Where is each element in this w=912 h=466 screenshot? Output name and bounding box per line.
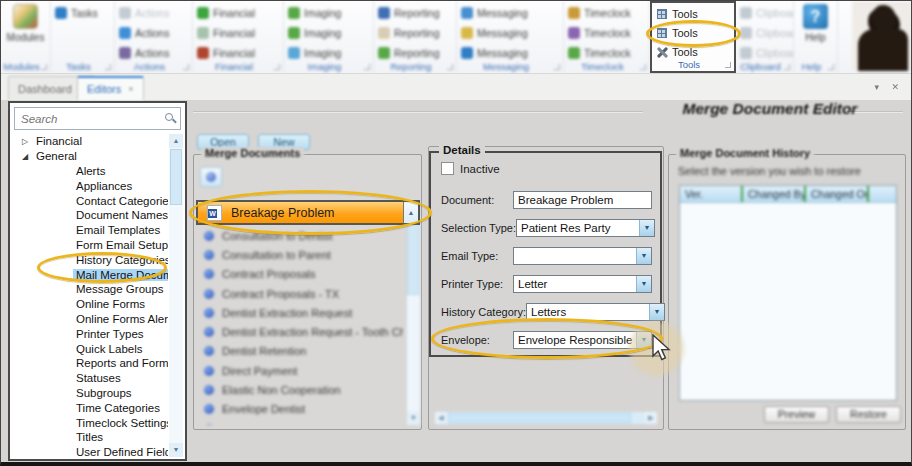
- merge-document-list-item[interactable]: Consultation to Dentist: [197, 226, 403, 245]
- history-column-header[interactable]: Changed By: [743, 186, 806, 202]
- ribbon-item[interactable]: Clipboard: [736, 3, 793, 23]
- dialog-launcher-icon[interactable]: [105, 64, 111, 70]
- dialog-launcher-icon[interactable]: [725, 62, 731, 68]
- chevron-down-icon[interactable]: [639, 220, 654, 236]
- scroll-down-icon[interactable]: ▼: [407, 411, 420, 425]
- tree-item[interactable]: Printer Types: [12, 326, 168, 341]
- scroll-down-icon[interactable]: ▼: [169, 443, 183, 457]
- tree-item[interactable]: Online Forms: [12, 297, 168, 312]
- tree-expander-icon[interactable]: ◢: [22, 152, 33, 161]
- ribbon-item[interactable]: Actions: [115, 3, 192, 23]
- tree-item[interactable]: Time Categories: [12, 400, 168, 415]
- tree-item[interactable]: Email Templates: [12, 223, 168, 238]
- selected-document-row[interactable]: Breakage Problem ▲: [196, 200, 420, 225]
- ribbon-item[interactable]: Imaging: [284, 3, 373, 23]
- ribbon-item[interactable]: Timeclock: [564, 43, 649, 63]
- tree-item[interactable]: History Categories: [12, 252, 168, 267]
- history-column-header[interactable]: Ver.: [680, 186, 743, 202]
- tree-item[interactable]: Online Forms Alerts: [12, 312, 168, 327]
- dialog-launcher-icon[interactable]: [274, 64, 280, 70]
- inactive-checkbox[interactable]: [441, 162, 454, 175]
- ribbon-item[interactable]: Clipboard: [736, 43, 793, 63]
- dialog-launcher-icon[interactable]: [554, 64, 560, 70]
- tree-item[interactable]: ◢ General: [12, 149, 168, 164]
- tree-expander-icon[interactable]: ▷: [22, 137, 33, 146]
- ribbon-item[interactable]: Financial: [193, 3, 283, 23]
- tree-item[interactable]: Appliances: [12, 178, 168, 193]
- chevron-down-icon[interactable]: [636, 248, 651, 264]
- tree-item[interactable]: Reports and Forms: [12, 356, 168, 371]
- ribbon-item[interactable]: Tasks: [51, 3, 114, 23]
- merge-document-list-item[interactable]: Dentist Retention: [197, 342, 403, 361]
- document-toolbar-button[interactable]: [200, 167, 222, 187]
- ribbon-item[interactable]: Imaging: [284, 43, 373, 63]
- scroll-left-icon[interactable]: ◀: [435, 412, 447, 424]
- ribbon-item[interactable]: Timeclock: [564, 23, 649, 43]
- restore-button[interactable]: Restore: [836, 406, 901, 423]
- tree-item[interactable]: ▷ Financial: [12, 134, 168, 149]
- dialog-launcher-icon[interactable]: [828, 64, 834, 70]
- ribbon-item[interactable]: Financial: [193, 23, 283, 43]
- merge-document-list-item[interactable]: Consultation to Parent: [197, 245, 403, 264]
- field-control[interactable]: Letter: [513, 275, 652, 293]
- ribbon-item[interactable]: Actions: [115, 43, 192, 63]
- field-control[interactable]: Letters: [526, 303, 665, 321]
- scrollbar-thumb[interactable]: [407, 219, 419, 295]
- ribbon-item[interactable]: Modules: [1, 3, 50, 43]
- tree-item[interactable]: Timeclock Settings: [12, 415, 168, 430]
- chevron-down-icon[interactable]: [649, 304, 664, 320]
- dialog-launcher-icon[interactable]: [640, 64, 646, 70]
- tree-item[interactable]: Contact Categories: [12, 193, 168, 208]
- ribbon-item[interactable]: Financial: [193, 43, 283, 63]
- merge-document-list-item[interactable]: Contract Proposals: [197, 265, 403, 284]
- tree-item[interactable]: Document Names: [12, 208, 168, 223]
- scroll-up-icon[interactable]: ▲: [169, 134, 183, 148]
- merge-document-list-item[interactable]: Envelope Patient: [197, 419, 403, 425]
- ribbon-item[interactable]: Timeclock: [564, 3, 649, 23]
- ribbon-item[interactable]: Clipboard: [736, 23, 793, 43]
- dialog-launcher-icon[interactable]: [364, 64, 370, 70]
- tree-item[interactable]: Subgroups: [12, 386, 168, 401]
- tab-strip-close-icon[interactable]: ✕: [891, 82, 899, 92]
- tab-overflow-icon[interactable]: ▾: [874, 82, 879, 92]
- tree-item[interactable]: Message Groups: [12, 282, 168, 297]
- dialog-launcher-icon[interactable]: [183, 64, 189, 70]
- tab-close-icon[interactable]: ×: [128, 84, 133, 94]
- dialog-launcher-icon[interactable]: [447, 64, 453, 70]
- dialog-launcher-icon[interactable]: [41, 64, 47, 70]
- tree-item[interactable]: Statuses: [12, 371, 168, 386]
- ribbon-item[interactable]: Messaging: [457, 23, 563, 43]
- search-input[interactable]: [14, 107, 181, 130]
- inactive-checkbox-row[interactable]: Inactive: [441, 162, 500, 175]
- chevron-down-icon[interactable]: [636, 276, 651, 292]
- merge-document-list-item[interactable]: Elastic Non Cooperation: [197, 380, 403, 399]
- ribbon-item[interactable]: Reporting: [374, 23, 456, 43]
- ribbon-item[interactable]: Reporting: [374, 3, 456, 23]
- tree-item[interactable]: Titles: [12, 430, 168, 445]
- ribbon-item[interactable]: Reporting: [374, 43, 456, 63]
- field-control[interactable]: Breakage Problem: [513, 191, 652, 209]
- ribbon-item[interactable]: Tools: [652, 4, 734, 23]
- ribbon-item[interactable]: Tools: [652, 23, 734, 42]
- merge-document-list-item[interactable]: Envelope Dentist: [197, 400, 403, 419]
- document-tab[interactable]: Editors ×: [77, 76, 144, 100]
- tree-scrollbar[interactable]: ▲ ▼: [169, 134, 183, 457]
- ribbon-item[interactable]: Messaging: [457, 43, 563, 63]
- selected-document-highlight[interactable]: Breakage Problem: [198, 202, 404, 223]
- tree-item[interactable]: Form Email Setup: [12, 238, 168, 253]
- tree-item[interactable]: Alerts: [12, 164, 168, 179]
- scrollbar-thumb[interactable]: [170, 149, 182, 205]
- ribbon-item[interactable]: Help: [794, 3, 837, 43]
- dialog-launcher-icon[interactable]: [784, 64, 790, 70]
- merge-document-list-item[interactable]: Contract Proposals - TX: [197, 284, 403, 303]
- field-control[interactable]: [513, 247, 652, 265]
- tree-item[interactable]: User Defined Fields: [12, 445, 168, 459]
- history-column-header[interactable]: Changed On: [806, 186, 869, 202]
- scroll-up-icon[interactable]: ▲: [404, 202, 418, 223]
- document-list-scrollbar[interactable]: ▼: [407, 217, 420, 425]
- merge-document-list-item[interactable]: Dentist Extraction Request - Tooth Ch: [197, 322, 403, 341]
- ribbon-item[interactable]: Imaging: [284, 23, 373, 43]
- ribbon-item[interactable]: Messaging: [457, 3, 563, 23]
- preview-button[interactable]: Preview: [764, 406, 829, 423]
- merge-document-list-item[interactable]: Dentist Extraction Request: [197, 303, 403, 322]
